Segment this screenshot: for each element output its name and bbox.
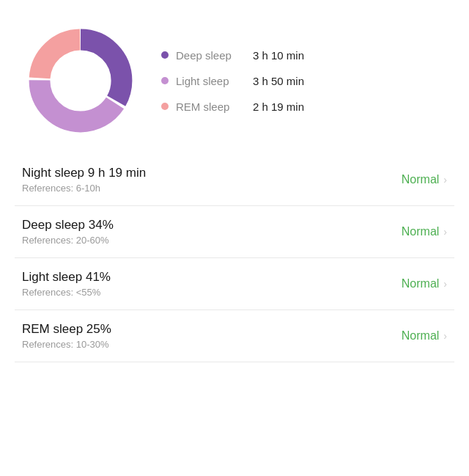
stat-title-2: Light sleep 41%	[22, 270, 111, 285]
chevron-icon-2: ›	[443, 278, 447, 290]
light-sleep-label: Light sleep	[176, 75, 245, 87]
deep-sleep-value: 3 h 10 min	[253, 49, 304, 62]
stat-right-0: Normal›	[402, 173, 447, 186]
donut-chart	[22, 22, 139, 139]
stat-row-0[interactable]: Night sleep 9 h 19 minReferences: 6-10hN…	[15, 154, 454, 206]
rem-sleep-label: REM sleep	[176, 100, 245, 113]
rem-sleep-dot	[161, 103, 169, 110]
stat-left-2: Light sleep 41%References: <55%	[22, 270, 111, 298]
stat-ref-2: References: <55%	[22, 287, 111, 298]
legend-item-light: Light sleep 3 h 50 min	[161, 75, 304, 87]
stat-status-0: Normal	[402, 173, 440, 186]
stat-ref-0: References: 6-10h	[22, 183, 146, 194]
stat-left-3: REM sleep 25%References: 10-30%	[22, 322, 111, 350]
stat-status-2: Normal	[402, 277, 440, 290]
stat-title-1: Deep sleep 34%	[22, 218, 114, 232]
stat-row-3[interactable]: REM sleep 25%References: 10-30%Normal›	[15, 310, 454, 362]
stat-row-2[interactable]: Light sleep 41%References: <55%Normal›	[15, 258, 454, 310]
chevron-icon-1: ›	[443, 226, 447, 238]
stat-ref-3: References: 10-30%	[22, 339, 111, 350]
deep-sleep-dot	[161, 51, 169, 59]
stats-section: Night sleep 9 h 19 minReferences: 6-10hN…	[0, 154, 469, 362]
stat-right-2: Normal›	[402, 277, 447, 290]
rem-sleep-value: 2 h 19 min	[253, 100, 304, 113]
legend: Deep sleep 3 h 10 min Light sleep 3 h 50…	[161, 49, 304, 113]
top-section: Deep sleep 3 h 10 min Light sleep 3 h 50…	[0, 0, 469, 154]
chevron-icon-0: ›	[443, 174, 447, 186]
donut-hole	[53, 53, 109, 109]
stat-title-0: Night sleep 9 h 19 min	[22, 166, 146, 180]
deep-sleep-label: Deep sleep	[176, 49, 245, 62]
stat-status-3: Normal	[402, 329, 440, 343]
light-sleep-dot	[161, 77, 169, 84]
legend-item-deep: Deep sleep 3 h 10 min	[161, 49, 304, 62]
stat-row-1[interactable]: Deep sleep 34%References: 20-60%Normal›	[15, 206, 454, 258]
stat-status-1: Normal	[402, 225, 440, 238]
light-sleep-value: 3 h 50 min	[253, 75, 304, 87]
stat-ref-1: References: 20-60%	[22, 235, 114, 246]
donut-svg	[22, 22, 139, 139]
stat-title-3: REM sleep 25%	[22, 322, 111, 337]
stat-right-1: Normal›	[402, 225, 447, 238]
stat-left-0: Night sleep 9 h 19 minReferences: 6-10h	[22, 166, 146, 194]
legend-item-rem: REM sleep 2 h 19 min	[161, 100, 304, 113]
chevron-icon-3: ›	[443, 330, 447, 342]
stat-right-3: Normal›	[402, 329, 447, 343]
stat-left-1: Deep sleep 34%References: 20-60%	[22, 218, 114, 246]
